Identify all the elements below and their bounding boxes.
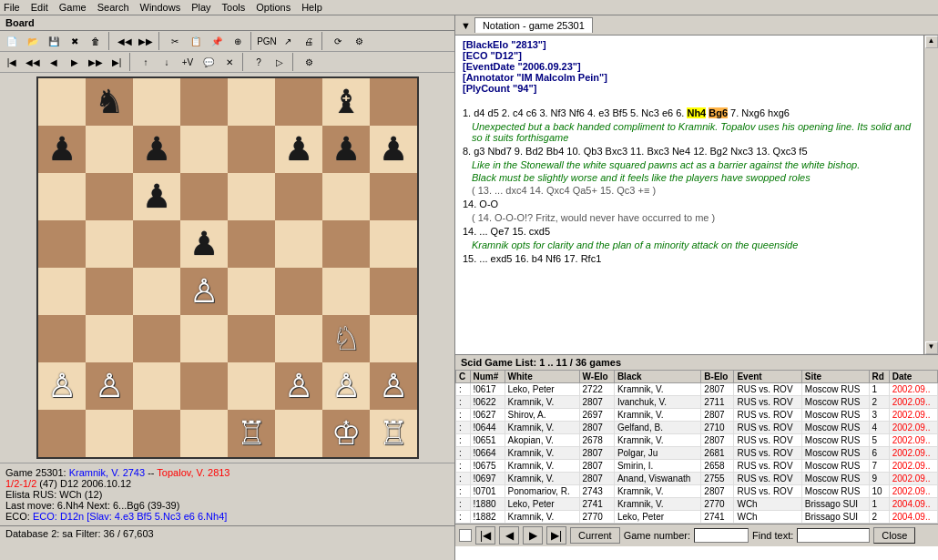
square-6-1[interactable]: ♙ [86,362,133,410]
square-3-4[interactable] [228,220,275,268]
square-3-2[interactable] [133,220,180,268]
add-var-btn[interactable]: +V [178,53,198,71]
next-btn[interactable]: ▶▶ [136,32,156,50]
menu-tools[interactable]: Tools [222,2,246,13]
square-4-5[interactable] [275,268,322,315]
square-4-1[interactable] [86,268,133,315]
square-1-1[interactable] [86,126,133,173]
square-4-6[interactable] [322,268,370,315]
col-num[interactable]: Num# [470,371,505,383]
setup-btn[interactable]: ⚙ [349,32,369,50]
square-5-1[interactable] [86,315,133,362]
square-6-6[interactable]: ♙ [322,362,370,410]
square-2-4[interactable] [228,173,275,220]
square-2-0[interactable] [38,173,86,220]
square-1-6[interactable]: ♟ [322,126,370,173]
copy-btn[interactable]: 📋 [186,32,206,50]
nav-back[interactable]: ◀ [499,526,519,545]
square-3-5[interactable] [275,220,322,268]
delete-btn[interactable]: 🗑 [86,32,106,50]
table-row[interactable]: :!0622Kramnik, V.2807Ivanchuk, V.2711RUS… [456,396,938,409]
fwd1-btn[interactable]: ▶ [65,53,85,71]
find-text-input[interactable] [797,528,870,543]
notation-scrollbar[interactable]: ▲ ▼ [923,36,938,354]
square-4-4[interactable] [228,268,275,315]
square-7-4[interactable]: ♖ [228,410,275,457]
square-1-5[interactable]: ♟ [275,126,322,173]
square-5-2[interactable] [133,315,180,362]
moves-line-1[interactable]: 1. d4 d5 2. c4 c6 3. Nf3 Nf6 4. e3 Bf5 5… [463,107,916,118]
prev-btn[interactable]: ◀◀ [115,32,135,50]
col-date[interactable]: Date [889,371,937,383]
col-rd[interactable]: Rd [869,371,889,383]
square-5-0[interactable] [38,315,86,362]
square-0-6[interactable]: ♝ [322,78,370,126]
export-btn[interactable]: ↗ [278,32,298,50]
var-dn-btn[interactable]: ↓ [157,53,177,71]
square-2-2[interactable]: ♟ [133,173,180,220]
square-5-7[interactable] [370,315,417,362]
square-6-3[interactable] [180,362,228,410]
square-3-0[interactable] [38,220,86,268]
square-3-3[interactable]: ♟ [180,220,228,268]
table-row[interactable]: :!0617Leko, Peter2722Kramnik, V.2807RUS … [456,383,938,396]
square-1-7[interactable]: ♟ [370,126,417,173]
square-4-3[interactable]: ♙ [180,268,228,315]
back1-btn[interactable]: ◀ [44,53,64,71]
notation-tab[interactable]: Notation - game 25301 [474,17,593,33]
moves-line-5[interactable]: 15. ... exd5 16. b4 Nf6 17. Rfc1 [463,253,916,264]
square-5-6[interactable]: ♘ [322,315,370,362]
square-2-1[interactable] [86,173,133,220]
chess-board[interactable]: ♞♝♟♟♟♟♟♟♟♙♘♙♙♙♙♙♖♔♖ [36,76,419,459]
close-button[interactable]: Close [873,527,915,544]
square-7-5[interactable] [275,410,322,457]
square-3-1[interactable] [86,220,133,268]
game-list-scroll[interactable]: C Num# White W-Elo Black B-Elo Event Sit… [455,370,938,524]
square-5-4[interactable] [228,315,275,362]
col-black[interactable]: Black [614,371,700,383]
nav-start[interactable]: |◀ [475,526,495,545]
menu-options[interactable]: Options [256,2,291,13]
moves-line-4[interactable]: 14. ... Qe7 15. cxd5 [463,226,916,237]
menu-edit[interactable]: Edit [31,2,48,13]
var-up-btn[interactable]: ↑ [136,53,156,71]
square-7-3[interactable] [180,410,228,457]
analysis-btn[interactable]: ▷ [270,53,290,71]
table-row[interactable]: :!0664Kramnik, V.2807Polgar, Ju2681RUS v… [456,447,938,460]
square-7-6[interactable]: ♔ [322,410,370,457]
square-0-5[interactable] [275,78,322,126]
col-c[interactable]: C [456,371,471,383]
new-btn[interactable]: 📄 [2,32,22,50]
square-2-7[interactable] [370,173,417,220]
menu-help[interactable]: Help [301,2,322,13]
table-row[interactable]: :!0627Shirov, A.2697Kramnik, V.2807RUS v… [456,409,938,422]
square-3-6[interactable] [322,220,370,268]
delete-var-btn[interactable]: ✕ [219,53,240,71]
col-white[interactable]: White [505,371,579,383]
options2-btn[interactable]: ⚙ [299,53,319,71]
square-1-0[interactable]: ♟ [38,126,86,173]
square-0-7[interactable] [370,78,417,126]
table-row[interactable]: :!0644Kramnik, V.2807Gelfand, B.2710RUS … [456,422,938,434]
col-site[interactable]: Site [801,371,869,383]
square-7-2[interactable] [133,410,180,457]
nav-fwd[interactable]: ▶ [523,526,543,545]
square-6-5[interactable]: ♙ [275,362,322,410]
square-1-2[interactable]: ♟ [133,126,180,173]
current-button[interactable]: Current [570,527,620,544]
square-6-4[interactable] [228,362,275,410]
table-row[interactable]: :!0697Kramnik, V.2807Anand, Viswanath275… [456,473,938,485]
merge-btn[interactable]: ⊕ [228,32,248,50]
moves-line-2[interactable]: 8. g3 Nbd7 9. Bd2 Bb4 10. Qb3 Bxc3 11. B… [463,146,916,157]
square-4-7[interactable] [370,268,417,315]
menu-game[interactable]: Game [59,2,87,13]
table-row[interactable]: :!1880Leko, Peter2741Kramnik, V.2770WChB… [456,498,938,511]
back10-btn[interactable]: ◀◀ [23,53,43,71]
flip-btn[interactable]: ⟳ [328,32,348,50]
paste-btn[interactable]: 📌 [207,32,227,50]
square-1-3[interactable] [180,126,228,173]
cut-btn[interactable]: ✂ [165,32,185,50]
table-row[interactable]: :!0651Akopian, V.2678Kramnik, V.2807RUS … [456,434,938,447]
square-0-4[interactable] [228,78,275,126]
square-0-0[interactable] [38,78,86,126]
